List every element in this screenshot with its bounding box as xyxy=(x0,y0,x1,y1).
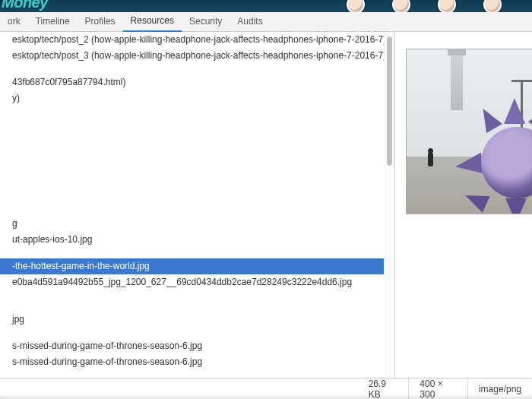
banner-avatars xyxy=(347,0,502,12)
tab-profiles[interactable]: Profiles xyxy=(78,12,123,31)
resource-list: esktop/tech/post_2 (how-apple-killing-he… xyxy=(0,32,394,378)
avatar xyxy=(483,0,502,12)
avatar xyxy=(438,0,456,12)
resource-row-selected[interactable]: -the-hottest-game-in-the-world.jpg xyxy=(0,258,394,274)
page-banner: Money xyxy=(0,0,532,12)
resource-row[interactable]: g xyxy=(0,216,394,232)
meta-mime: image/png xyxy=(468,378,532,399)
preview-pane: Cloy xyxy=(395,32,532,378)
image-preview: Cloy xyxy=(406,49,532,214)
tab-timeline[interactable]: Timeline xyxy=(28,12,78,31)
scrollbar-thumb[interactable] xyxy=(387,36,392,166)
tab-resources[interactable]: Resources xyxy=(123,11,182,32)
resource-row[interactable]: s-missed-during-game-of-thrones-season-6… xyxy=(0,354,394,370)
devtools-root: Money ork Timeline Profiles Resources Se… xyxy=(0,0,532,399)
scrollbar-track[interactable] xyxy=(384,32,394,378)
preview-meta-bar: 26.9 KB 400 × 300 image/png xyxy=(0,378,532,399)
meta-dimensions: 400 × 300 xyxy=(409,378,468,399)
resource-row[interactable]: y) xyxy=(0,90,394,106)
pokemon-sprite xyxy=(460,106,532,214)
tab-network[interactable]: ork xyxy=(0,12,28,31)
avatar xyxy=(347,0,365,12)
resource-row[interactable]: e0ba4d591a94492b55_jpg_1200_627__69cd043… xyxy=(0,274,394,290)
devtools-tab-bar: ork Timeline Profiles Resources Security… xyxy=(0,12,532,32)
avatar xyxy=(392,0,410,12)
resource-row[interactable]: ut-apples-ios-10.jpg xyxy=(0,232,394,248)
resource-tree-pane[interactable]: esktop/tech/post_2 (how-apple-killing-he… xyxy=(0,32,395,378)
resource-row[interactable]: s-missed-during-game-of-thrones-season-6… xyxy=(0,338,394,354)
resource-row[interactable]: 43fb687c0f795a87794.html) xyxy=(0,74,394,90)
resource-row[interactable]: esktop/tech/post_2 (how-apple-killing-he… xyxy=(0,32,394,48)
resource-row[interactable]: esktop/tech/post_3 (how-apple-killing-he… xyxy=(0,48,394,64)
tab-audits[interactable]: Audits xyxy=(230,12,270,31)
tab-security[interactable]: Security xyxy=(182,12,230,31)
main-split: esktop/tech/post_2 (how-apple-killing-he… xyxy=(0,32,532,378)
resource-row[interactable]: jpg xyxy=(0,312,394,328)
banner-word: Money xyxy=(2,0,48,11)
preview-viewport[interactable]: Cloy xyxy=(395,32,532,378)
meta-filesize: 26.9 KB xyxy=(358,378,410,399)
